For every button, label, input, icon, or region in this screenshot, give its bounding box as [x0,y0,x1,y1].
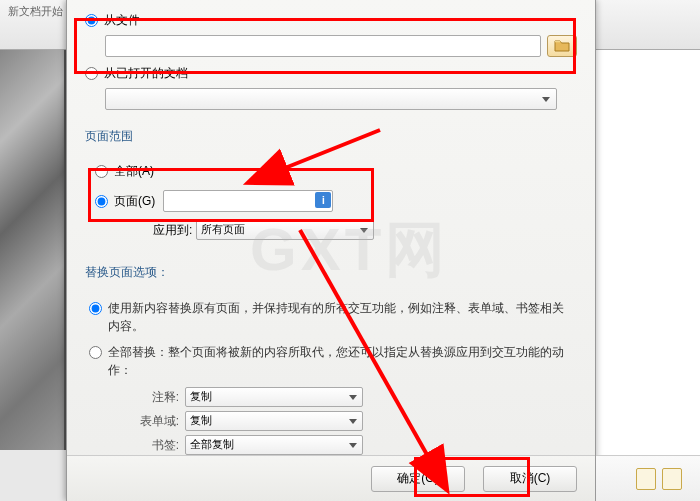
pages-label: 页面(G) [114,193,155,210]
form-label: 表单域: [119,413,179,430]
apply-to-select[interactable]: 所有页面 [196,220,374,240]
form-row: 表单域: 复制 [119,411,573,431]
pages-radio[interactable] [95,195,108,208]
right-bottom-strip [596,455,700,501]
annot-value: 复制 [190,390,212,402]
file-path-row [105,35,577,57]
pages-row: 页面(G) i [95,190,567,212]
cancel-button[interactable]: 取消(C) [483,466,577,492]
full-replace-radio[interactable] [89,346,102,359]
folder-icon [554,38,570,55]
annot-row: 注释: 复制 [119,387,573,407]
from-open-doc-radio[interactable] [85,67,98,80]
all-pages-radio[interactable] [95,165,108,178]
full-replace-text: 全部替换：整个页面将被新的内容所取代，您还可以指定从替换源应用到交互功能的动作： [108,343,573,379]
bookmark-select[interactable]: 全部复制 [185,435,363,455]
form-select[interactable]: 复制 [185,411,363,431]
replace-pages-dialog: 从文件 从已打开的文档 页面范围 全部(A) 页面(G) [66,0,596,501]
top-heading: 新文档开始 [8,5,63,17]
bookmark-label: 书签: [119,437,179,454]
bookmark-value: 全部复制 [190,438,234,450]
apply-to-row: 应用到: 所有页面 [153,220,567,240]
keep-interactive-row: 使用新内容替换原有页面，并保持现有的所有交互功能，例如注释、表单域、书签相关内容… [89,299,573,335]
all-pages-label: 全部(A) [114,163,154,180]
info-icon[interactable]: i [315,192,331,208]
all-pages-row: 全部(A) [95,163,567,180]
right-background [596,0,700,501]
form-value: 复制 [190,414,212,426]
from-file-row: 从文件 [85,12,577,29]
full-replace-sub-options: 注释: 复制 表单域: 复制 书签: 全部复制 [119,387,573,455]
keep-interactive-text: 使用新内容替换原有页面，并保持现有的所有交互功能，例如注释、表单域、书签相关内容… [108,299,573,335]
dialog-button-bar: 确定(O) 取消(C) [67,455,595,501]
mini-icon-1[interactable] [636,468,656,490]
page-range-group-label: 页面范围 [85,128,595,145]
open-doc-select[interactable] [105,88,557,110]
file-path-input[interactable] [105,35,541,57]
browse-button[interactable] [547,35,577,57]
apply-to-label: 应用到: [153,222,192,239]
from-open-doc-label: 从已打开的文档 [104,65,188,82]
background-photo [0,50,66,450]
mini-icon-2[interactable] [662,468,682,490]
pages-input[interactable] [163,190,333,212]
annot-label: 注释: [119,389,179,406]
from-file-radio[interactable] [85,14,98,27]
keep-interactive-radio[interactable] [89,302,102,315]
replace-options-section: 使用新内容替换原有页面，并保持现有的所有交互功能，例如注释、表单域、书签相关内容… [67,289,595,455]
from-open-doc-row: 从已打开的文档 [85,65,577,82]
ok-button[interactable]: 确定(O) [371,466,465,492]
full-replace-row: 全部替换：整个页面将被新的内容所取代，您还可以指定从替换源应用到交互功能的动作： [89,343,573,379]
from-file-label: 从文件 [104,12,140,29]
apply-to-value: 所有页面 [201,223,245,235]
replace-options-group-label: 替换页面选项： [85,264,595,281]
cancel-button-label: 取消(C) [510,470,551,487]
page-range-section: 全部(A) 页面(G) i 应用到: 所有页面 [67,153,595,250]
annot-select[interactable]: 复制 [185,387,363,407]
bookmark-row: 书签: 全部复制 [119,435,573,455]
ok-button-label: 确定(O) [397,470,438,487]
source-section: 从文件 从已打开的文档 [67,0,595,114]
